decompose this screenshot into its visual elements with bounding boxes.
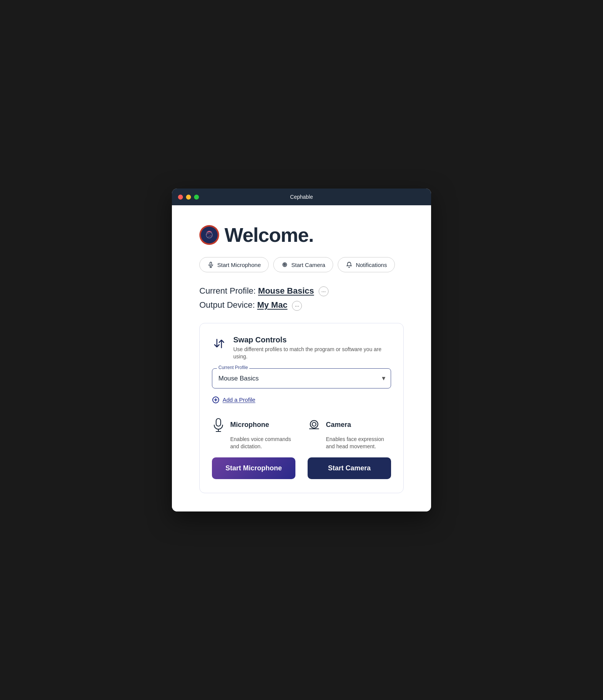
- svg-rect-12: [216, 419, 221, 426]
- minimize-button[interactable]: [186, 195, 191, 200]
- start-microphone-button-label: Start Microphone: [225, 464, 282, 472]
- devices-row: Microphone Enables voice commands and di…: [212, 417, 391, 479]
- maximize-button[interactable]: [194, 195, 199, 200]
- microphone-icon: [207, 261, 214, 268]
- microphone-description: Enables voice commands and dictation.: [212, 436, 295, 451]
- swap-icon: [212, 336, 226, 351]
- welcome-heading: Welcome.: [225, 224, 314, 246]
- start-microphone-action-button[interactable]: Start Microphone: [199, 257, 269, 272]
- camera-header: Camera: [308, 417, 391, 433]
- svg-point-1: [201, 227, 218, 243]
- notifications-action-button[interactable]: Notifications: [338, 257, 395, 272]
- app-logo: [199, 225, 219, 245]
- swap-controls-title: Swap Controls: [233, 336, 391, 344]
- output-device-line: Output Device: My Mac ···: [199, 300, 404, 310]
- svg-point-8: [284, 264, 285, 265]
- notifications-icon: [346, 261, 353, 268]
- microphone-title: Microphone: [230, 421, 269, 429]
- camera-icon: [281, 261, 288, 268]
- add-profile-button[interactable]: Add a Profile: [212, 395, 255, 405]
- microphone-header: Microphone: [212, 417, 295, 433]
- add-circle-icon: [212, 396, 220, 404]
- add-profile-label: Add a Profile: [223, 396, 255, 403]
- start-microphone-button[interactable]: Start Microphone: [212, 457, 295, 479]
- camera-description: Enables face expression and head movemen…: [308, 436, 391, 451]
- swap-controls-description: Use different profiles to match the prog…: [233, 346, 391, 361]
- profile-select-wrapper: Current Profile Mouse Basics ▾: [212, 368, 391, 388]
- start-camera-label: Start Camera: [291, 262, 325, 268]
- swap-controls-text: Swap Controls Use different profiles to …: [233, 336, 391, 361]
- action-buttons-row: Start Microphone Start Camera Notificati…: [199, 257, 404, 272]
- notifications-label: Notifications: [356, 262, 387, 268]
- welcome-header: Welcome.: [199, 224, 404, 246]
- swap-controls-header: Swap Controls Use different profiles to …: [212, 336, 391, 361]
- profile-select[interactable]: Mouse Basics: [212, 369, 391, 388]
- start-camera-button-label: Start Camera: [328, 464, 370, 472]
- svg-point-16: [312, 422, 316, 426]
- start-microphone-label: Start Microphone: [217, 262, 261, 268]
- traffic-lights: [178, 195, 199, 200]
- app-window: Cephable Welcome.: [172, 189, 431, 511]
- output-device-more-button[interactable]: ···: [292, 301, 302, 311]
- start-camera-action-button[interactable]: Start Camera: [273, 257, 333, 272]
- titlebar: Cephable: [172, 189, 431, 205]
- start-camera-button[interactable]: Start Camera: [308, 457, 391, 479]
- main-card: Swap Controls Use different profiles to …: [199, 323, 404, 493]
- svg-point-15: [310, 420, 318, 428]
- current-profile-value: Mouse Basics: [258, 286, 314, 296]
- camera-device-icon: [308, 417, 321, 433]
- close-button[interactable]: [178, 195, 183, 200]
- microphone-column: Microphone Enables voice commands and di…: [212, 417, 295, 479]
- current-profile-label: Current Profile:: [199, 286, 256, 296]
- profile-select-label: Current Profile: [217, 365, 249, 370]
- camera-column: Camera Enables face expression and head …: [308, 417, 391, 479]
- current-profile-line: Current Profile: Mouse Basics ···: [199, 286, 404, 296]
- output-device-value: My Mac: [257, 300, 287, 310]
- window-title: Cephable: [290, 194, 313, 200]
- current-profile-more-button[interactable]: ···: [319, 286, 329, 296]
- output-device-label: Output Device:: [199, 300, 255, 310]
- svg-rect-3: [210, 262, 212, 265]
- microphone-device-icon: [212, 417, 225, 433]
- profile-section: Current Profile: Mouse Basics ··· Output…: [199, 286, 404, 310]
- main-content: Welcome. Start Microphone Start C: [172, 205, 431, 511]
- camera-title: Camera: [326, 421, 351, 429]
